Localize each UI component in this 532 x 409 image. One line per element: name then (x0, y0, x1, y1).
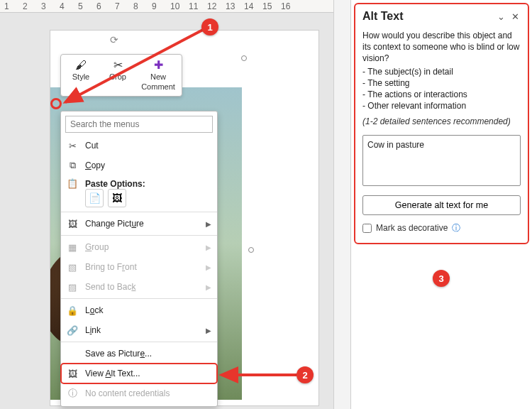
chevron-right-icon: ▶ (206, 283, 211, 291)
pane-instructions: How would you describe this object and i… (355, 27, 528, 129)
chevron-down-icon[interactable]: ⌄ (494, 11, 508, 22)
generate-alt-text-button[interactable]: Generate alt text for me (362, 195, 521, 215)
menu-copy[interactable]: ⧉ Copy (61, 156, 217, 175)
alt-text-pane-highlight: Alt Text ⌄ ✕ How would you describe this… (354, 3, 529, 244)
new-comment-icon: ✚ (139, 59, 177, 72)
mark-decorative-checkbox[interactable] (362, 224, 372, 233)
menu-lock[interactable]: 🔒 Lock (61, 300, 217, 320)
lock-icon: 🔒 (67, 305, 78, 316)
pane-hint: (1-2 detailed sentences recommended) (362, 116, 521, 127)
alt-text-pane: Alt Text ⌄ ✕ How would you describe this… (351, 0, 532, 409)
menu-label: Cut (85, 141, 99, 151)
menu-separator (61, 235, 217, 236)
mark-decorative-label: Mark as decorative (376, 223, 448, 233)
selection-handle[interactable] (248, 247, 254, 253)
pane-bullet: The setting (362, 77, 521, 89)
mark-decorative-row[interactable]: Mark as decorative ⓘ (355, 222, 528, 237)
menu-label: Paste Options: (85, 179, 145, 189)
pane-resize-divider[interactable] (333, 0, 351, 409)
style-button[interactable]: 🖌 Style (64, 58, 98, 93)
callout-badge-1: 1 (201, 18, 218, 36)
pane-title: Alt Text (362, 10, 494, 23)
paste-options-heading: 📋 Paste Options: (61, 175, 217, 189)
menu-link[interactable]: 🔗 Link ▶ (61, 320, 217, 340)
paste-option-keep-source[interactable]: 📄 (85, 189, 104, 207)
rotate-handle-icon[interactable]: ⟳ (110, 34, 118, 45)
new-comment-label: New Comment (141, 72, 175, 91)
horizontal-ruler: 1 2 3 4 5 6 7 8 9 10 11 12 13 14 15 16 (0, 0, 333, 13)
crop-button[interactable]: ✂ Crop (101, 58, 135, 93)
menu-label: Bring to Front (85, 262, 137, 272)
pane-bullet: The actions or interactions (362, 89, 521, 100)
menu-search-input[interactable] (65, 116, 213, 133)
chevron-right-icon: ▶ (206, 327, 211, 334)
group-icon: ▦ (67, 242, 78, 253)
callout-target-circle (50, 98, 62, 109)
context-menu: ✂ Cut ⧉ Copy 📋 Paste Options: 📄 🖼 🖼 Chan… (60, 111, 218, 407)
menu-label: Change Picture (85, 219, 144, 229)
menu-no-credentials: ⓘ No content credentials (61, 383, 217, 403)
menu-save-as-picture[interactable]: Save as Picture... (61, 344, 217, 364)
callout-badge-3: 3 (433, 270, 450, 287)
menu-view-alt-text[interactable]: 🖼 View Alt Text... (61, 364, 217, 383)
new-comment-button[interactable]: ✚ New Comment (138, 58, 179, 93)
menu-separator (61, 212, 217, 212)
selection-handle[interactable] (241, 55, 247, 61)
menu-bring-to-front: ▧ Bring to Front ▶ (61, 257, 217, 277)
menu-label: Copy (85, 160, 105, 170)
menu-separator (61, 342, 217, 342)
callout-badge-2: 2 (297, 366, 314, 383)
ruler-margin-area (0, 13, 333, 23)
menu-cut[interactable]: ✂ Cut (61, 136, 217, 156)
menu-group: ▦ Group ▶ (61, 237, 217, 257)
link-icon: 🔗 (67, 325, 78, 336)
menu-label: No content credentials (85, 388, 170, 398)
info-icon: ⓘ (67, 387, 78, 400)
style-icon: 🖌 (65, 59, 96, 72)
paste-options-row: 📄 🖼 (61, 189, 217, 210)
menu-label: Group (85, 242, 109, 252)
style-label: Style (72, 72, 89, 81)
pane-intro-text: How would you describe this object and i… (362, 30, 521, 65)
chevron-right-icon: ▶ (206, 244, 211, 251)
menu-send-to-back: ▨ Send to Back ▶ (61, 277, 217, 297)
menu-label: Lock (85, 305, 103, 315)
send-back-icon: ▨ (67, 282, 78, 293)
pane-bullet: The subject(s) in detail (362, 66, 521, 77)
menu-label: Save as Picture... (85, 349, 152, 359)
chevron-right-icon: ▶ (206, 220, 211, 228)
menu-label: Link (85, 325, 101, 335)
crop-icon: ✂ (102, 59, 133, 72)
alt-text-input[interactable] (362, 135, 521, 186)
menu-search[interactable] (65, 116, 213, 133)
change-picture-icon: 🖼 (67, 219, 78, 229)
alt-text-icon: 🖼 (67, 369, 78, 379)
paste-icon: 📋 (67, 178, 78, 189)
mini-toolbar: 🖌 Style ✂ Crop ✚ New Comment (60, 54, 182, 97)
menu-separator (61, 298, 217, 299)
chevron-right-icon: ▶ (206, 263, 211, 271)
copy-icon: ⧉ (67, 160, 78, 171)
bring-front-icon: ▧ (67, 262, 78, 273)
paste-option-picture[interactable]: 🖼 (108, 189, 126, 207)
crop-label: Crop (109, 72, 126, 81)
info-icon[interactable]: ⓘ (452, 222, 460, 234)
pane-header: Alt Text ⌄ ✕ (355, 4, 528, 27)
cut-icon: ✂ (67, 141, 78, 151)
menu-change-picture[interactable]: 🖼 Change Picture ▶ (61, 214, 217, 234)
pane-bullet: Other relevant information (362, 100, 521, 111)
menu-label: View Alt Text... (85, 369, 140, 378)
close-icon[interactable]: ✕ (508, 11, 522, 22)
menu-label: Send to Back (85, 282, 135, 292)
